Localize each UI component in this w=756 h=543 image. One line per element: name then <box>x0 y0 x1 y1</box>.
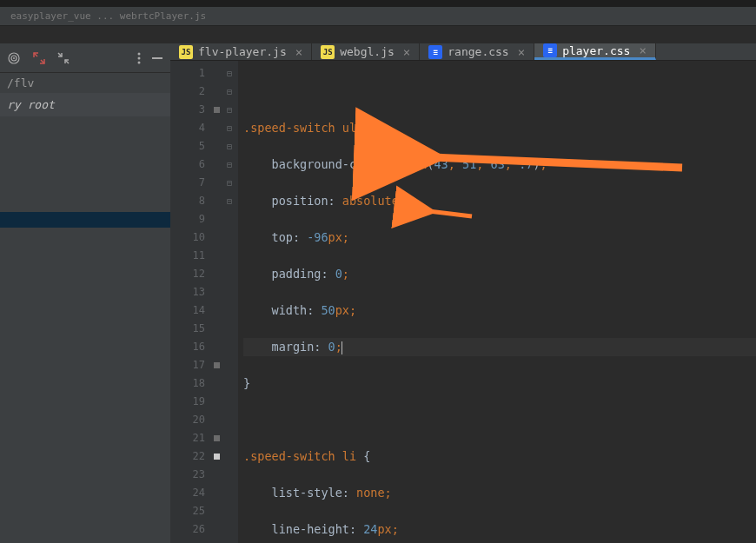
js-icon: JS <box>179 45 193 59</box>
hide-icon[interactable] <box>151 52 163 64</box>
sidebar-toolbar <box>0 43 170 73</box>
css-icon: ≡ <box>428 45 442 59</box>
project-tree[interactable]: /flv ry root <box>0 73 170 543</box>
svg-point-3 <box>138 52 141 55</box>
tab-webgl-js[interactable]: JS webgl.js × <box>312 43 420 60</box>
editor-tabs: JS flv-player.js × JS webgl.js × ≡ range… <box>170 43 756 61</box>
tree-item-flv[interactable]: /flv <box>0 73 170 93</box>
close-icon[interactable]: × <box>639 43 646 57</box>
tree-selection[interactable] <box>0 212 170 228</box>
tab-player-css[interactable]: ≡ player.css × <box>534 43 656 60</box>
tab-label: range.css <box>448 45 508 58</box>
tab-label: player.css <box>562 44 630 57</box>
svg-point-4 <box>138 56 141 59</box>
code-area[interactable]: .speed-switch ul { background-color: rgb… <box>238 61 756 543</box>
close-icon[interactable]: × <box>518 45 525 59</box>
target-icon[interactable] <box>7 51 21 65</box>
more-icon[interactable] <box>137 52 141 64</box>
svg-line-8 <box>428 211 472 216</box>
svg-point-5 <box>138 61 141 63</box>
svg-point-2 <box>13 57 15 59</box>
tab-flv-player-js[interactable]: JS flv-player.js × <box>170 43 312 60</box>
close-icon[interactable]: × <box>295 45 302 59</box>
close-icon[interactable]: × <box>403 45 410 59</box>
collapse-icon[interactable] <box>57 52 70 64</box>
fold-gutter[interactable]: ⊟⊟⊟⊟⊟⊟⊟⊟ <box>221 61 238 543</box>
tab-range-css[interactable]: ≡ range.css × <box>420 43 534 60</box>
tab-label: webgl.js <box>340 45 395 58</box>
js-icon: JS <box>321 45 335 59</box>
code-editor[interactable]: 1234567891011121314151617181920212223242… <box>170 61 756 543</box>
tab-label: flv-player.js <box>198 45 287 58</box>
mark-gutter <box>212 61 221 543</box>
breadcrumb-text: easyplayer_vue ... webrtcPlayer.js <box>10 10 206 22</box>
svg-rect-6 <box>152 57 162 59</box>
breadcrumb-bar: easyplayer_vue ... webrtcPlayer.js <box>0 7 756 26</box>
sidebar: /flv ry root <box>0 43 170 543</box>
line-gutter: 1234567891011121314151617181920212223242… <box>170 61 212 543</box>
css-icon: ≡ <box>543 43 557 57</box>
tree-scratches[interactable]: ry root <box>0 93 170 116</box>
expand-icon[interactable] <box>33 52 45 64</box>
